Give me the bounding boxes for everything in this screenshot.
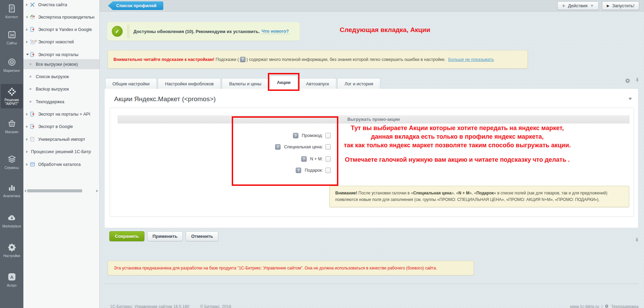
form-row-gift: ?Подарок:	[110, 167, 331, 174]
actions-label: Действия	[568, 3, 588, 8]
whats-new-link[interactable]: Что нового?	[262, 29, 289, 34]
scroll-left-icon[interactable]	[24, 190, 26, 192]
check-circle-icon: ✓	[112, 26, 123, 37]
checkbox-gift[interactable]	[325, 168, 331, 173]
menu-item-export-portals-api[interactable]: Экспорт на порталы + API	[23, 109, 99, 119]
scroll-right-icon[interactable]	[96, 190, 98, 192]
menu-item-export-yandex-google[interactable]: Экспорт в Yandex и Google	[23, 24, 99, 34]
hints-warning-text: Внимательно читайте подсказки к настройк…	[113, 57, 215, 62]
rail-item-aspro[interactable]: AАспро	[1, 273, 23, 287]
menu-item-label: Экспорт на порталы	[38, 52, 78, 57]
svg-text:A: A	[10, 275, 13, 280]
rail-item-label: Решения "АКРИТ"	[4, 98, 19, 106]
actions-button[interactable]: + Действия ▼	[557, 1, 599, 10]
pin-icon[interactable]	[634, 237, 640, 244]
annotation-line: Тут вы выбираете Акции которые хотите пе…	[337, 124, 578, 132]
help-icon[interactable]: ?	[293, 133, 298, 138]
chevron-collapsed-icon	[26, 150, 30, 153]
pin-icon[interactable]	[635, 77, 640, 84]
footer-product: 1С-Битрикс: Управление сайтом 18.5.180 ©…	[110, 304, 231, 308]
checkbox-promocode[interactable]	[325, 133, 331, 138]
tab-label: Настройки инфоблоков	[165, 81, 214, 86]
aspro-icon: A	[1, 273, 23, 282]
apply-button[interactable]: Применить	[147, 231, 183, 241]
shop-icon	[1, 119, 23, 129]
menu-item-all-exports-new[interactable]: Все выгрузки (новое)	[23, 59, 99, 69]
form-row-special-price: ?Специальная цена:	[110, 143, 331, 151]
attention-note-segment: », «	[451, 191, 458, 195]
menu-item-exports-list[interactable]: Список выгрузок	[23, 72, 99, 82]
collapse-chevron-icon[interactable]	[629, 98, 632, 100]
support-gear-icon	[605, 304, 609, 308]
menu-item-exports-backup[interactable]: Backup выгрузок	[23, 84, 99, 94]
rail-item-label: Сайты	[7, 41, 17, 45]
tab-autostart[interactable]: Автозапуск	[299, 78, 336, 89]
menu-item-site-cleanup[interactable]: Очистка сайта	[23, 0, 99, 10]
tools-icon	[30, 2, 37, 7]
bullet-icon	[30, 63, 33, 65]
menu-item-label: Backup выгрузок	[36, 87, 69, 92]
dotted-divider	[127, 24, 129, 38]
rail-item-settings[interactable]: Настройки	[1, 243, 23, 258]
attention-note-segment: Подарок	[476, 191, 494, 195]
gear-icon[interactable]	[625, 78, 630, 85]
menu-item-export-portals[interactable]: Экспорт на порталы	[23, 50, 99, 60]
menu-horizontal-scrollbar[interactable]	[23, 189, 99, 193]
rail-item-shop[interactable]: Магазин	[1, 119, 23, 134]
rail-item-label: Маркетинг	[3, 69, 20, 73]
menu-item-label: Экспертиза производительн	[38, 15, 95, 20]
help-icon[interactable]: ?	[275, 144, 281, 150]
settings-tabs: Общие настройкиНастройки инфоблоковВалют…	[105, 76, 380, 89]
save-button[interactable]: Сохранить	[109, 231, 144, 241]
menu-item-export-news[interactable]: GoogleЭкспорт новостей	[23, 37, 99, 47]
bitrix-site-link[interactable]: www.1c-bitrix.ru	[570, 304, 599, 308]
footer: 1С-Битрикс: Управление сайтом 18.5.180 ©…	[110, 304, 638, 308]
attention-note-segment: Внимание!	[335, 191, 357, 195]
footer-divider	[104, 284, 638, 284]
rail-item-analytics[interactable]: Аналитика	[1, 183, 23, 198]
help-icon[interactable]: ?	[301, 156, 307, 162]
menu-item-1c-bitrix-processing[interactable]: Процессинг решений 1С-Битр	[23, 147, 99, 157]
menu-item-universal-import[interactable]: Универсальный импорт	[23, 134, 99, 144]
bullet-icon	[26, 16, 30, 18]
cancel-button[interactable]: Отменить	[186, 231, 219, 241]
menu-item-tech-support[interactable]: Техподдержка	[23, 97, 99, 107]
rail-item-marketplace[interactable]: Marketplace	[1, 213, 23, 228]
menu-item-export-google[interactable]: Экспорт в Google	[23, 121, 99, 131]
window-icon	[30, 162, 37, 167]
rail-item-sites[interactable]: 24Сайты	[1, 30, 23, 45]
rail-item-marketing[interactable]: Маркетинг	[1, 58, 23, 73]
dont-show-again-link[interactable]: Больше не показывать	[448, 57, 494, 62]
attention-note: Внимание! После установки галочки в «Спе…	[329, 186, 629, 207]
akrit-icon	[1, 87, 23, 97]
form-row-n-plus-m: ?N + M:	[110, 155, 331, 163]
field-label: N + M:	[310, 157, 323, 161]
menu-item-catalog-processor[interactable]: Обработчик каталога	[23, 159, 99, 169]
rail-item-label: Аналитика	[3, 194, 20, 198]
content-icon	[1, 4, 23, 14]
form-section-header-label: Выгружать промо-акции	[347, 117, 400, 122]
tab-infoblock-settings[interactable]: Настройки инфоблоков	[158, 78, 221, 89]
attention-note-segment: После установки галочки в «	[357, 191, 413, 195]
profiles-list-button[interactable]: Список профилей	[108, 1, 163, 10]
help-icon[interactable]: ?	[296, 168, 301, 173]
google-icon: Google	[30, 39, 37, 44]
menu-item-performance-check[interactable]: Экспертиза производительн	[23, 12, 99, 22]
tab-label: Валюты и цены	[229, 81, 261, 86]
rail-item-akrit-solutions[interactable]: Решения "АКРИТ"	[1, 84, 23, 108]
plus-icon: +	[562, 3, 565, 9]
rail-item-services[interactable]: Сервисы	[1, 155, 23, 170]
rail-item-content[interactable]: Контент	[1, 4, 23, 19]
checkbox-special-price[interactable]	[325, 144, 331, 150]
scrollbar-thumb[interactable]	[27, 189, 82, 192]
support-link[interactable]: Техподдержка	[611, 304, 638, 308]
tab-general-settings[interactable]: Общие настройки	[105, 78, 157, 89]
tab-log-history[interactable]: Лог и история	[337, 78, 380, 89]
tab-promos[interactable]: Акции	[270, 76, 298, 89]
tab-currencies-prices[interactable]: Валюты и цены	[222, 78, 269, 89]
checkbox-n-plus-m[interactable]	[325, 156, 331, 162]
chevron-collapsed-icon	[26, 138, 30, 141]
run-button[interactable]: ▶ Запустить!	[602, 1, 639, 10]
hints-notice: Внимательно читайте подсказки к настройк…	[108, 50, 528, 68]
export-icon	[30, 111, 37, 117]
